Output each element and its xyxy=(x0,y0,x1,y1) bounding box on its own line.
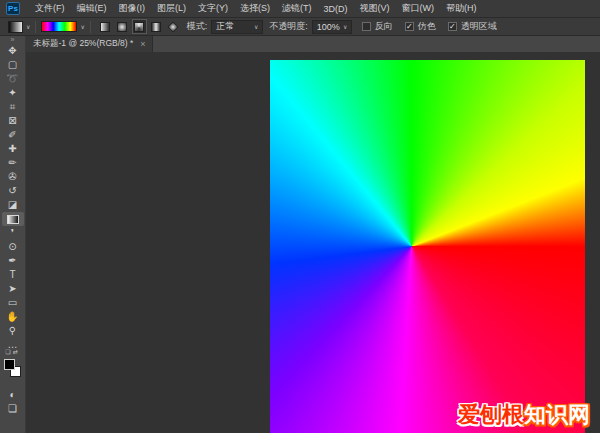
type-icon: T xyxy=(9,270,15,280)
menu-edit[interactable]: 编辑(E) xyxy=(71,0,113,18)
brush-icon: ✏ xyxy=(8,158,16,168)
opacity-value: 100% xyxy=(317,22,340,32)
chevron-down-icon[interactable]: ∨ xyxy=(80,23,84,30)
dither-label: 仿色 xyxy=(418,20,436,33)
screen-mode-button[interactable]: ❏ xyxy=(2,402,24,416)
blend-mode-select[interactable]: 正常 ∨ xyxy=(211,20,263,34)
screen-mode-icon: ❏ xyxy=(8,404,17,414)
eyedropper-icon: ✐ xyxy=(8,130,16,140)
linear-gradient-button[interactable] xyxy=(98,19,113,34)
quick-mask-button[interactable]: ◐ xyxy=(2,388,24,402)
eraser-tool[interactable]: ◪ xyxy=(2,198,24,212)
gradient-type-buttons xyxy=(98,19,181,34)
menu-view[interactable]: 视图(V) xyxy=(354,0,396,18)
eyedropper-tool[interactable]: ✐ xyxy=(2,128,24,142)
frame-tool[interactable]: ⊠ xyxy=(2,114,24,128)
path-selection-tool[interactable]: ➤ xyxy=(2,282,24,296)
chevron-down-icon: ∨ xyxy=(343,23,347,30)
menu-file[interactable]: 文件(F) xyxy=(29,0,71,18)
gradient-option-checkboxes: ✓ 反向 ✓ 仿色 ✓ 透明区域 xyxy=(362,20,497,33)
menu-select[interactable]: 选择(S) xyxy=(234,0,276,18)
reverse-checkbox[interactable]: ✓ xyxy=(362,22,371,31)
document-title: 未标题-1 @ 25%(RGB/8) * xyxy=(33,38,133,50)
shape-icon: ▭ xyxy=(8,298,17,308)
radial-gradient-button[interactable] xyxy=(115,19,130,34)
menu-3d[interactable]: 3D(D) xyxy=(318,0,354,18)
reflected-gradient-button[interactable] xyxy=(149,19,164,34)
diamond-gradient-button[interactable] xyxy=(166,19,181,34)
linear-gradient-icon xyxy=(100,22,110,32)
menu-type[interactable]: 文字(Y) xyxy=(192,0,234,18)
reverse-checkbox-row[interactable]: ✓ 反向 xyxy=(362,20,393,33)
gradient-icon xyxy=(7,215,19,224)
dodge-tool[interactable]: ⊙ xyxy=(2,240,24,254)
crop-tool[interactable]: ⌗ xyxy=(2,100,24,114)
menu-bar: Ps 文件(F) 编辑(E) 图像(I) 图层(L) 文字(Y) 选择(S) 滤… xyxy=(0,0,600,18)
opacity-select[interactable]: 100% ∨ xyxy=(312,20,352,34)
frame-icon: ⊠ xyxy=(8,116,16,126)
document-canvas[interactable] xyxy=(270,60,585,433)
angle-gradient-button[interactable] xyxy=(132,19,147,34)
gradient-preview[interactable] xyxy=(41,21,77,32)
document-tab[interactable]: 未标题-1 @ 25%(RGB/8) * × xyxy=(26,36,153,52)
photoshop-window: Ps 文件(F) 编辑(E) 图像(I) 图层(L) 文字(Y) 选择(S) 滤… xyxy=(0,0,600,433)
photoshop-logo: Ps xyxy=(6,2,20,15)
blur-tool[interactable]: ❜ xyxy=(2,226,24,240)
path-selection-icon: ➤ xyxy=(8,284,16,294)
blur-drop-icon: ❜ xyxy=(11,228,14,238)
chevron-down-icon: ∨ xyxy=(254,23,258,30)
separator xyxy=(90,21,91,33)
clone-stamp-tool[interactable]: ✇ xyxy=(2,170,24,184)
marquee-icon: ▢ xyxy=(8,60,17,70)
shape-tool[interactable]: ▭ xyxy=(2,296,24,310)
menu-layer[interactable]: 图层(L) xyxy=(151,0,192,18)
pen-tool[interactable]: ✒ xyxy=(2,254,24,268)
dither-checkbox[interactable]: ✓ xyxy=(405,22,414,31)
healing-brush-tool[interactable]: ✚ xyxy=(2,142,24,156)
opacity-label: 不透明度: xyxy=(269,20,308,33)
magic-wand-icon: ✦ xyxy=(8,88,16,98)
history-brush-tool[interactable]: ↺ xyxy=(2,184,24,198)
toolbar-grip-icon[interactable]: » xyxy=(11,36,15,44)
lasso-tool[interactable]: ➰ xyxy=(2,72,24,86)
default-swap-colors-icon[interactable]: ❏⇄ xyxy=(2,348,24,355)
move-tool[interactable]: ✥ xyxy=(2,44,24,58)
menu-image[interactable]: 图像(I) xyxy=(113,0,152,18)
separator xyxy=(35,21,36,33)
blend-mode-value: 正常 xyxy=(216,20,234,33)
quick-mask-icon: ◐ xyxy=(9,390,15,400)
transparency-checkbox[interactable]: ✓ xyxy=(448,22,457,31)
brush-tool[interactable]: ✏ xyxy=(2,156,24,170)
foreground-color-swatch[interactable] xyxy=(4,359,15,370)
zoom-tool[interactable]: ⚲ xyxy=(2,324,24,338)
close-icon[interactable]: × xyxy=(140,39,145,49)
menu-window[interactable]: 窗口(W) xyxy=(396,0,441,18)
pen-icon: ✒ xyxy=(8,256,16,266)
marquee-tool[interactable]: ▢ xyxy=(2,58,24,72)
magic-wand-tool[interactable]: ✦ xyxy=(2,86,24,100)
watermark: 爱刨根知识网 xyxy=(458,400,590,430)
watermark-part2: 知识网 xyxy=(524,402,590,427)
menu-help[interactable]: 帮助(H) xyxy=(440,0,483,18)
eraser-icon: ◪ xyxy=(8,200,17,210)
watermark-part1: 爱刨根 xyxy=(458,402,524,427)
reverse-label: 反向 xyxy=(375,20,393,33)
healing-brush-icon: ✚ xyxy=(8,144,16,154)
menu-filter[interactable]: 滤镜(T) xyxy=(276,0,318,18)
tools-panel: » ✥ ▢ ➰ ✦ ⌗ ⊠ ✐ ✚ ✏ ✇ ↺ ◪ ❜ ⊙ ✒ T ➤ ▭ ✋ … xyxy=(0,36,26,433)
chevron-down-icon[interactable]: ∨ xyxy=(26,23,30,30)
gradient-tool[interactable] xyxy=(2,212,24,226)
angle-gradient-icon xyxy=(134,22,144,32)
move-icon: ✥ xyxy=(8,46,16,56)
hand-tool[interactable]: ✋ xyxy=(2,310,24,324)
dither-checkbox-row[interactable]: ✓ 仿色 xyxy=(405,20,436,33)
zoom-icon: ⚲ xyxy=(9,326,16,336)
tool-preset-picker[interactable] xyxy=(8,21,23,33)
reflected-gradient-icon xyxy=(151,22,161,32)
lasso-icon: ➰ xyxy=(6,74,18,84)
type-tool[interactable]: T xyxy=(2,268,24,282)
transparency-checkbox-row[interactable]: ✓ 透明区域 xyxy=(448,20,497,33)
transparency-label: 透明区域 xyxy=(461,20,497,33)
history-brush-icon: ↺ xyxy=(8,186,16,196)
crop-icon: ⌗ xyxy=(10,102,16,112)
